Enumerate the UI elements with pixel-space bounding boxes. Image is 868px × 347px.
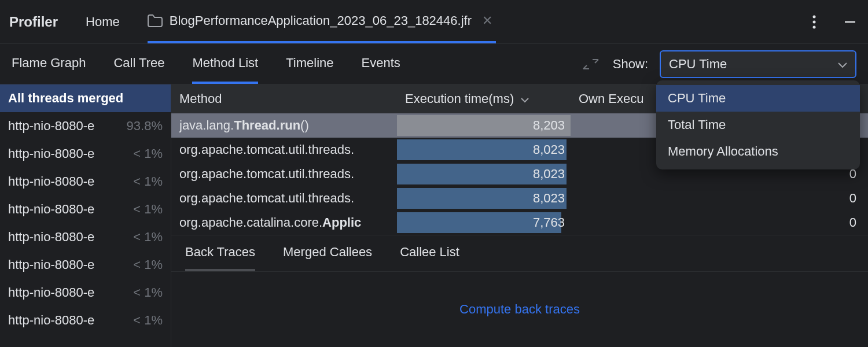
thread-name: http-nio-8080-e (8, 146, 94, 161)
exec-cell: 7,763 (397, 211, 571, 235)
thread-name: http-nio-8080-e (8, 230, 94, 245)
thread-pct: < 1% (128, 202, 163, 217)
table-row[interactable]: org.apache.catalina.core.Applic 7,763 0 (171, 211, 868, 235)
thread-item[interactable]: http-nio-8080-e < 1% (0, 251, 171, 279)
thread-pct: < 1% (128, 257, 163, 272)
thread-name: http-nio-8080-e (8, 285, 94, 300)
thread-pct: < 1% (128, 174, 163, 189)
tab-events[interactable]: Events (362, 44, 400, 84)
exec-cell: 8,023 (397, 186, 571, 211)
show-option-memory-allocations[interactable]: Memory Allocations (656, 138, 860, 165)
own-cell: 0 (571, 215, 868, 230)
thread-item[interactable]: http-nio-8080-e < 1% (0, 223, 171, 251)
show-dropdown-value: CPU Time (669, 57, 727, 72)
thread-pct: < 1% (128, 230, 163, 245)
thread-item[interactable]: http-nio-8080-e < 1% (0, 279, 171, 307)
exec-cell: 8,203 (397, 113, 571, 138)
thread-name: http-nio-8080-e (8, 119, 94, 134)
show-option-cpu-time[interactable]: CPU Time (656, 85, 860, 112)
thread-pct: < 1% (128, 285, 163, 300)
method-cell: org.apache.tomcat.util.threads. (171, 142, 397, 157)
exec-cell: 8,023 (397, 162, 571, 186)
svg-point-2 (813, 25, 816, 28)
thread-item[interactable]: http-nio-8080-e < 1% (0, 140, 171, 168)
view-tabs: Flame Graph Call Tree Method List Timeli… (0, 44, 868, 84)
trace-tabs: Back Traces Merged Callees Callee List (171, 235, 868, 272)
thread-list: All threads merged http-nio-8080-e 93.8%… (0, 84, 171, 347)
show-dropdown[interactable]: CPU Time (660, 50, 856, 78)
top-bar: Profiler Home BlogPerformanceApplication… (0, 0, 868, 44)
thread-name: All threads merged (8, 91, 123, 106)
file-name: BlogPerformanceApplication_2023_06_23_18… (170, 13, 472, 28)
thread-name: http-nio-8080-e (8, 202, 94, 217)
thread-item[interactable]: http-nio-8080-e < 1% (0, 168, 171, 195)
svg-point-0 (813, 15, 816, 18)
thread-name: http-nio-8080-e (8, 313, 94, 328)
own-cell: 0 (571, 191, 868, 206)
table-row[interactable]: org.apache.tomcat.util.threads. 8,023 0 (171, 186, 868, 211)
show-option-total-time[interactable]: Total Time (656, 112, 860, 138)
thread-item[interactable]: http-nio-8080-e 93.8% (0, 112, 171, 140)
method-cell: org.apache.catalina.core.Applic (171, 215, 397, 230)
show-label: Show: (613, 57, 648, 72)
thread-pct: < 1% (128, 146, 163, 161)
folder-icon (148, 14, 163, 27)
tab-merged-callees[interactable]: Merged Callees (283, 235, 372, 271)
thread-item[interactable]: http-nio-8080-e < 1% (0, 307, 171, 334)
exec-cell: 8,023 (397, 138, 571, 162)
swap-icon[interactable] (580, 54, 601, 75)
method-cell: org.apache.tomcat.util.threads. (171, 191, 397, 206)
show-dropdown-menu: CPU Time Total Time Memory Allocations (656, 80, 860, 169)
more-icon[interactable] (806, 13, 823, 31)
col-exec[interactable]: Execution time(ms) (397, 91, 571, 106)
method-cell: java.lang.Thread.run() (171, 118, 397, 133)
col-method[interactable]: Method (171, 91, 397, 106)
chevron-down-icon (521, 91, 529, 106)
close-icon[interactable]: ✕ (479, 13, 496, 28)
compute-back-traces-link[interactable]: Compute back traces (459, 302, 580, 317)
thread-name: http-nio-8080-e (8, 174, 94, 189)
thread-item[interactable]: http-nio-8080-e < 1% (0, 195, 171, 223)
tab-home[interactable]: Home (86, 14, 120, 29)
file-tab[interactable]: BlogPerformanceApplication_2023_06_23_18… (148, 0, 496, 43)
tab-flame-graph[interactable]: Flame Graph (12, 44, 86, 84)
thread-name: http-nio-8080-e (8, 257, 94, 272)
tool-title: Profiler (9, 14, 58, 30)
tab-timeline[interactable]: Timeline (286, 44, 333, 84)
col-exec-label: Execution time(ms) (405, 91, 514, 106)
tab-back-traces[interactable]: Back Traces (185, 235, 255, 271)
tab-method-list[interactable]: Method List (192, 44, 258, 84)
thread-pct: 93.8% (122, 119, 163, 134)
svg-point-1 (813, 20, 816, 23)
method-cell: org.apache.tomcat.util.threads. (171, 167, 397, 182)
minimize-icon[interactable] (841, 13, 859, 31)
thread-item-all[interactable]: All threads merged (0, 84, 171, 112)
tab-call-tree[interactable]: Call Tree (113, 44, 164, 84)
thread-pct: < 1% (128, 313, 163, 328)
chevron-down-icon (838, 57, 847, 72)
tab-callee-list[interactable]: Callee List (400, 235, 459, 271)
trace-content: Compute back traces (171, 272, 868, 347)
